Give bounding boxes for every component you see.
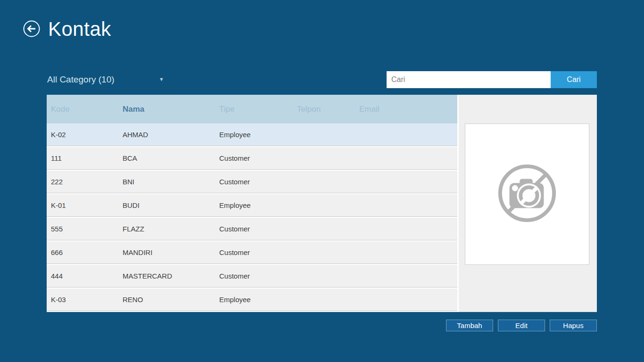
cell-kode: 222 (47, 178, 118, 186)
contact-photo-placeholder (465, 123, 589, 265)
search-box: Cari (387, 71, 597, 88)
hapus-button[interactable]: Hapus (550, 320, 597, 331)
contacts-table: Kode Nama Tipe Telpon Email K-02 AHMAD E… (47, 95, 459, 312)
table-body: K-02 AHMAD Employee 111 BCA Customer 222… (47, 123, 459, 311)
cell-tipe: Customer (215, 272, 293, 280)
cell-kode: 444 (47, 272, 118, 280)
table-row[interactable]: K-03 RENO Employee (47, 288, 457, 311)
cell-nama: BNI (118, 178, 215, 186)
cell-nama: MASTERCARD (118, 272, 215, 280)
cell-kode: K-02 (47, 131, 118, 139)
search-input[interactable] (387, 71, 551, 88)
table-row[interactable]: K-02 AHMAD Employee (47, 123, 457, 146)
cell-tipe: Customer (215, 154, 293, 162)
page-header: Kontak (23, 18, 111, 41)
table-row[interactable]: 666 MANDIRI Customer (47, 241, 457, 264)
back-arrow-circle-icon (23, 20, 41, 39)
cell-nama: BUDI (118, 201, 215, 209)
table-row[interactable]: K-01 BUDI Employee (47, 194, 457, 217)
cell-kode: 666 (47, 248, 118, 256)
column-header-tipe[interactable]: Tipe (215, 105, 293, 114)
edit-button[interactable]: Edit (498, 320, 545, 331)
category-dropdown-label: All Category (10) (47, 74, 115, 85)
cell-tipe: Employee (215, 296, 293, 304)
category-dropdown[interactable]: All Category (10) ▼ (47, 71, 170, 88)
cell-tipe: Customer (215, 248, 293, 256)
cell-tipe: Employee (215, 131, 293, 139)
no-camera-icon (496, 163, 558, 226)
cell-nama: FLAZZ (118, 225, 215, 233)
column-header-email[interactable]: Email (355, 105, 457, 114)
table-header-row: Kode Nama Tipe Telpon Email (47, 95, 457, 123)
contact-detail-panel (459, 95, 597, 312)
table-row[interactable]: 555 FLAZZ Customer (47, 218, 457, 240)
cell-nama: MANDIRI (118, 248, 215, 256)
column-header-kode[interactable]: Kode (47, 105, 118, 114)
cell-kode: K-01 (47, 201, 118, 209)
search-button[interactable]: Cari (551, 71, 597, 88)
table-row[interactable]: 111 BCA Customer (47, 147, 457, 170)
cell-tipe: Customer (215, 178, 293, 186)
cell-nama: RENO (118, 296, 215, 304)
action-bar: Tambah Edit Hapus (446, 320, 597, 331)
cell-nama: BCA (118, 154, 215, 162)
cell-kode: K-03 (47, 296, 118, 304)
table-row[interactable]: 444 MASTERCARD Customer (47, 265, 457, 288)
cell-nama: AHMAD (118, 131, 215, 139)
cell-kode: 111 (47, 154, 118, 162)
chevron-down-icon: ▼ (159, 76, 164, 82)
table-row[interactable]: 222 BNI Customer (47, 171, 457, 193)
cell-tipe: Employee (215, 201, 293, 209)
cell-tipe: Customer (215, 225, 293, 233)
content-area: Kode Nama Tipe Telpon Email K-02 AHMAD E… (47, 95, 597, 312)
back-button[interactable] (23, 20, 41, 38)
page-title: Kontak (48, 18, 111, 41)
column-header-nama[interactable]: Nama (118, 105, 215, 114)
column-header-telpon[interactable]: Telpon (293, 105, 355, 114)
tambah-button[interactable]: Tambah (446, 320, 493, 331)
app-window: Kontak All Category (10) ▼ Cari Kode Nam… (0, 0, 644, 362)
toolbar: All Category (10) ▼ Cari (47, 71, 597, 88)
cell-kode: 555 (47, 225, 118, 233)
